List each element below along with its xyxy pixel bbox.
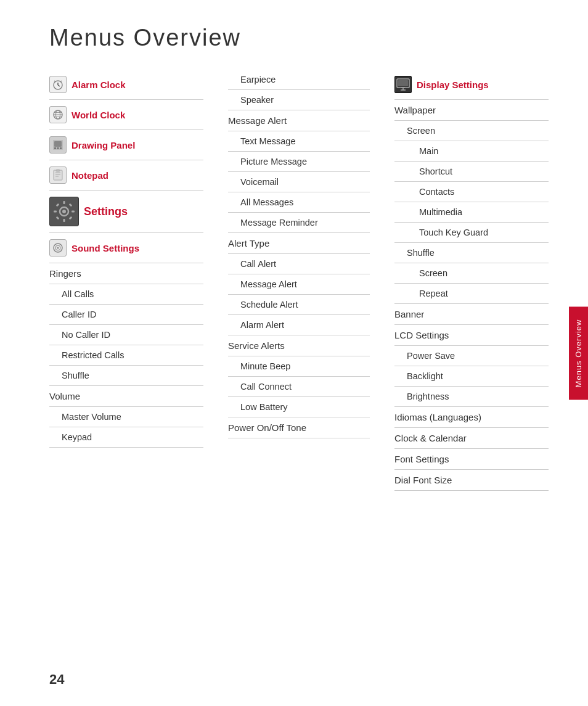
menu-call-connect: Call Connect xyxy=(228,377,370,397)
notepad-label: Notepad xyxy=(71,170,108,181)
menu-message-alert-2: Message Alert xyxy=(228,274,370,295)
menu-col1-shuffle: Shuffle xyxy=(49,366,203,386)
minute-beep-label: Minute Beep xyxy=(240,361,290,371)
menu-all-messages: All Messages xyxy=(228,192,370,213)
menu-picture-message: Picture Message xyxy=(228,152,370,172)
backlight-label: Backlight xyxy=(407,371,443,381)
font-settings-label: Font Settings xyxy=(394,454,449,464)
alarm-clock-icon xyxy=(49,76,67,93)
power-save-label: Power Save xyxy=(407,351,455,361)
col3-screen-label: Screen xyxy=(419,268,447,278)
menu-text-message: Text Message xyxy=(228,131,370,152)
sound-settings-label: Sound Settings xyxy=(71,243,139,253)
menu-wallpaper: Wallpaper xyxy=(394,100,549,121)
menu-message-reminder: Message Reminder xyxy=(228,213,370,233)
drawing-panel-label: Drawing Panel xyxy=(71,140,135,150)
lcd-settings-label: LCD Settings xyxy=(394,330,449,340)
menu-font-settings: Font Settings xyxy=(394,449,549,470)
menu-caller-id: Caller ID xyxy=(49,305,203,325)
menu-earpiece: Earpiece xyxy=(228,70,370,90)
menu-contacts: Contacts xyxy=(394,182,549,202)
voicemail-label: Voicemail xyxy=(240,177,279,187)
menu-speaker: Speaker xyxy=(228,90,370,110)
master-volume-label: Master Volume xyxy=(62,412,121,422)
menu-touch-key-guard: Touch Key Guard xyxy=(394,223,549,243)
brightness-label: Brightness xyxy=(407,392,449,401)
menu-repeat: Repeat xyxy=(394,284,549,304)
notepad-svg xyxy=(52,169,64,181)
page-number: 24 xyxy=(49,671,64,688)
power-on-off-tone-label: Power On/Off Tone xyxy=(228,422,306,433)
menu-col3-screen: Screen xyxy=(394,263,549,284)
svg-rect-11 xyxy=(54,141,62,147)
svg-rect-13 xyxy=(57,147,59,149)
message-alert-2-label: Message Alert xyxy=(240,279,297,289)
svg-rect-24 xyxy=(54,211,57,213)
menu-alert-type: Alert Type xyxy=(228,233,370,254)
wallpaper-label: Wallpaper xyxy=(394,105,436,115)
menu-settings: Settings xyxy=(49,191,203,233)
sound-settings-icon xyxy=(49,239,67,257)
menu-voicemail: Voicemail xyxy=(228,172,370,192)
schedule-alert-label: Schedule Alert xyxy=(240,300,298,310)
drawing-svg xyxy=(52,139,64,151)
menu-minute-beep: Minute Beep xyxy=(228,356,370,377)
volume-label: Volume xyxy=(49,391,80,401)
screen-label: Screen xyxy=(407,126,435,136)
menu-schedule-alert: Schedule Alert xyxy=(228,295,370,315)
menu-lcd-settings: LCD Settings xyxy=(394,325,549,346)
page-title: Menus Overview xyxy=(0,0,588,70)
menu-banner: Banner xyxy=(394,304,549,325)
settings-icon xyxy=(49,197,79,226)
multimedia-label: Multimedia xyxy=(419,207,462,217)
svg-rect-29 xyxy=(69,216,73,220)
world-clock-icon xyxy=(49,106,67,123)
message-alert-label: Message Alert xyxy=(228,115,287,126)
menu-dial-font-size: Dial Font Size xyxy=(394,470,549,491)
menu-idiomas: Idiomas (Languages) xyxy=(394,407,549,428)
menu-master-volume: Master Volume xyxy=(49,407,203,427)
menu-keypad: Keypad xyxy=(49,427,203,448)
menu-screen: Screen xyxy=(394,121,549,141)
alert-type-label: Alert Type xyxy=(228,238,269,248)
svg-rect-28 xyxy=(56,216,60,220)
column-1: Alarm Clock World Clock xyxy=(49,70,210,491)
ringers-label: Ringers xyxy=(49,268,81,279)
no-caller-id-label: No Caller ID xyxy=(62,330,110,340)
svg-rect-26 xyxy=(56,203,60,207)
all-calls-label: All Calls xyxy=(62,289,94,299)
notepad-icon xyxy=(49,166,67,184)
menu-all-calls: All Calls xyxy=(49,284,203,305)
menu-shortcut: Shortcut xyxy=(394,162,549,182)
display-settings-label: Display Settings xyxy=(417,80,489,90)
menu-low-battery: Low Battery xyxy=(228,397,370,417)
column-2: Earpiece Speaker Message Alert Text Mess… xyxy=(228,70,376,491)
world-svg xyxy=(52,109,64,121)
settings-label: Settings xyxy=(84,205,128,218)
settings-svg xyxy=(52,200,76,223)
menu-ringers: Ringers xyxy=(49,263,203,284)
restricted-calls-label: Restricted Calls xyxy=(62,350,125,360)
touch-key-guard-label: Touch Key Guard xyxy=(419,228,488,237)
caller-id-label: Caller ID xyxy=(62,310,96,319)
menu-volume: Volume xyxy=(49,386,203,407)
clock-calendar-label: Clock & Calendar xyxy=(394,433,467,443)
contacts-label: Contacts xyxy=(419,187,454,197)
menu-notepad: Notepad xyxy=(49,160,203,191)
keypad-label: Keypad xyxy=(62,432,92,442)
menu-backlight: Backlight xyxy=(394,366,549,387)
menu-call-alert: Call Alert xyxy=(228,254,370,274)
svg-rect-25 xyxy=(71,211,75,213)
message-reminder-label: Message Reminder xyxy=(240,218,318,228)
menu-alarm-clock: Alarm Clock xyxy=(49,70,203,100)
menu-drawing-panel: Drawing Panel xyxy=(49,130,203,160)
shortcut-label: Shortcut xyxy=(419,166,452,176)
svg-rect-27 xyxy=(69,203,73,207)
col1-shuffle-label: Shuffle xyxy=(62,371,89,380)
svg-rect-37 xyxy=(398,80,408,86)
svg-rect-23 xyxy=(63,219,65,222)
call-alert-label: Call Alert xyxy=(240,259,276,269)
menu-power-save: Power Save xyxy=(394,346,549,366)
banner-label: Banner xyxy=(394,309,424,319)
low-battery-label: Low Battery xyxy=(240,402,288,412)
